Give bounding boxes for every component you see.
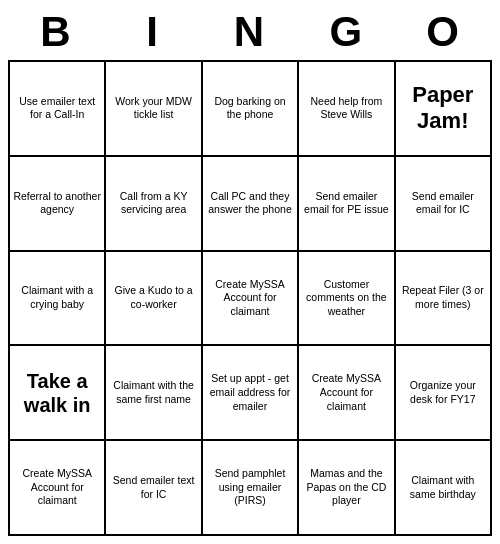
cell-r1-c3: Send emailer email for PE issue [298,156,394,251]
cell-r1-c2: Call PC and they answer the phone [202,156,298,251]
cell-r3-c3: Create MySSA Account for claimant [298,345,394,440]
cell-r4-c4: Claimant with same birthday [395,440,491,535]
cell-r0-c2: Dog barking on the phone [202,61,298,156]
cell-r2-c1: Give a Kudo to a co-worker [105,251,201,346]
cell-r3-c2: Set up appt - get email address for emai… [202,345,298,440]
cell-r0-c0: Use emailer text for a Call-In [9,61,105,156]
cell-r4-c3: Mamas and the Papas on the CD player [298,440,394,535]
bingo-grid: Use emailer text for a Call-InWork your … [8,60,492,536]
cell-r1-c0: Referral to another agency [9,156,105,251]
bingo-title: B I N G O [8,8,492,56]
cell-r4-c1: Send emailer text for IC [105,440,201,535]
cell-r0-c4: Paper Jam! [395,61,491,156]
title-b: B [12,8,100,56]
cell-r3-c4: Organize your desk for FY17 [395,345,491,440]
cell-r0-c3: Need help from Steve Wills [298,61,394,156]
cell-r4-c0: Create MySSA Account for claimant [9,440,105,535]
cell-r3-c1: Claimant with the same first name [105,345,201,440]
cell-r2-c2: Create MySSA Account for claimant [202,251,298,346]
title-g: G [303,8,391,56]
cell-r2-c0: Claimant with a crying baby [9,251,105,346]
cell-r1-c1: Call from a KY servicing area [105,156,201,251]
title-n: N [206,8,294,56]
cell-r2-c3: Customer comments on the weather [298,251,394,346]
cell-r2-c4: Repeat Filer (3 or more times) [395,251,491,346]
title-o: O [400,8,488,56]
cell-r0-c1: Work your MDW tickle list [105,61,201,156]
cell-r3-c0: Take a walk in [9,345,105,440]
title-i: I [109,8,197,56]
cell-r1-c4: Send emailer email for IC [395,156,491,251]
cell-r4-c2: Send pamphlet using emailer (PIRS) [202,440,298,535]
